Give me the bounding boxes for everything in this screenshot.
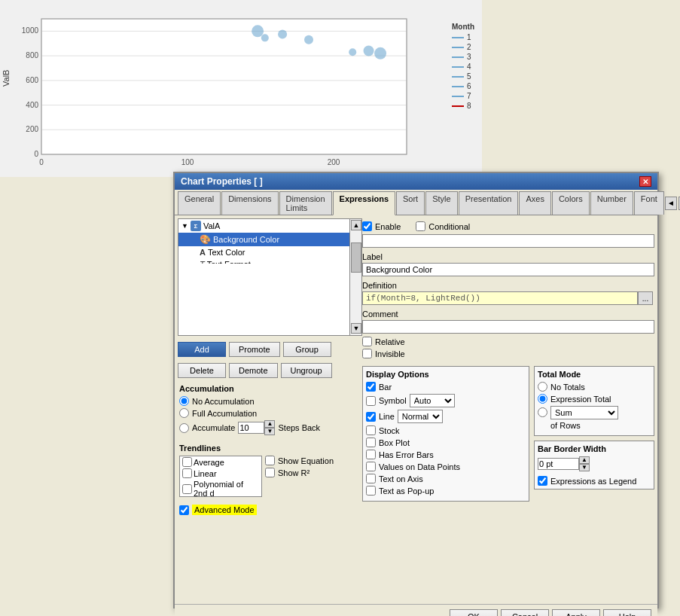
trendlines-title: Trendlines — [179, 444, 355, 453]
legend-item-5: 5 — [452, 72, 474, 81]
steps-back-input[interactable] — [238, 422, 264, 434]
show-r2-checkbox[interactable] — [265, 468, 275, 477]
dialog-body: ▼ Σ ValA 🎨 Background Color A Text Color — [175, 215, 657, 604]
relative-invisible-section: Relative Invisible — [362, 334, 654, 361]
delete-button[interactable]: Delete — [178, 363, 226, 378]
full-accumulation-radio[interactable] — [179, 408, 189, 418]
tree-item-textcolor[interactable]: A Text Color — [178, 246, 361, 258]
conditional-input[interactable] — [362, 234, 654, 248]
definition-ellipsis-button[interactable]: ... — [638, 291, 653, 305]
help-button[interactable]: Help — [603, 609, 651, 616]
label-input[interactable] — [362, 263, 654, 276]
tab-colors[interactable]: Colors — [552, 191, 590, 215]
textcolor-icon: A — [200, 248, 206, 257]
stock-label: Stock — [379, 426, 400, 435]
line-select[interactable]: Normal — [398, 410, 443, 423]
apply-button[interactable]: Apply — [552, 609, 600, 616]
spinner-down-button[interactable]: ▼ — [264, 428, 275, 435]
textpopup-option-row: Text as Pop-up — [366, 486, 526, 496]
line-checkbox[interactable] — [366, 412, 376, 422]
boxplot-checkbox[interactable] — [366, 438, 376, 447]
cancel-button[interactable]: Cancel — [501, 609, 549, 616]
valuesdp-checkbox[interactable] — [366, 462, 376, 471]
stock-checkbox[interactable] — [366, 425, 376, 435]
symbol-select[interactable]: Auto — [410, 394, 455, 407]
scrollbar-down-button[interactable]: ▼ — [351, 323, 361, 334]
tab-expressions[interactable]: Expressions — [333, 191, 395, 215]
trendline-polynomial-checkbox[interactable] — [182, 484, 192, 494]
trendline-polynomial-label: Polynomial of 2nd d — [194, 480, 259, 497]
spinner-buttons: ▲ ▼ — [264, 420, 275, 435]
tree-container: ▼ Σ ValA 🎨 Background Color A Text Color — [178, 219, 361, 264]
tree-item-bgcolor[interactable]: 🎨 Background Color — [178, 233, 361, 246]
bgcolor-label: Background Color — [213, 235, 279, 244]
bar-border-input[interactable] — [538, 458, 579, 470]
trendline-linear-checkbox[interactable] — [182, 468, 192, 478]
textonaxis-checkbox[interactable] — [366, 474, 376, 483]
bar-border-up-button[interactable]: ▲ — [579, 456, 590, 464]
ok-button[interactable]: OK — [450, 609, 498, 616]
no-accumulation-label: No Accumulation — [192, 397, 255, 406]
tab-prev-button[interactable]: ◄ — [665, 197, 677, 210]
trendline-average-checkbox[interactable] — [182, 457, 192, 467]
definition-input[interactable] — [362, 291, 638, 305]
accumulate-label: Accumulate — [192, 423, 235, 432]
tab-axes[interactable]: Axes — [519, 191, 550, 215]
right-sub-column: Total Mode No Totals Expression Total — [534, 366, 654, 601]
promote-button[interactable]: Promote — [229, 342, 280, 357]
enable-checkbox-row: Enable — [362, 221, 401, 231]
sum-radio[interactable] — [538, 407, 547, 417]
relative-checkbox[interactable] — [362, 337, 372, 346]
tab-sort[interactable]: Sort — [396, 191, 425, 215]
conditional-checkbox[interactable] — [416, 221, 425, 231]
show-equation-checkbox[interactable] — [265, 456, 275, 465]
group-button[interactable]: Group — [283, 342, 331, 357]
sum-select[interactable]: Sum — [550, 406, 618, 419]
bar-option-row: Bar — [366, 382, 526, 392]
expression-total-radio[interactable] — [538, 394, 547, 404]
tab-font[interactable]: Font — [634, 191, 664, 215]
boxplot-label: Box Plot — [379, 438, 410, 447]
textonaxis-option-row: Text on Axis — [366, 474, 526, 483]
accumulation-title: Accumulation — [179, 384, 355, 393]
tab-number[interactable]: Number — [590, 191, 633, 215]
add-button[interactable]: Add — [178, 342, 226, 357]
accumulate-radio[interactable] — [179, 423, 189, 433]
tree-scrollbar[interactable]: ▲ ▼ — [349, 219, 361, 335]
ungroup-button[interactable]: Ungroup — [281, 363, 332, 378]
bar-border-spinner-buttons: ▲ ▼ — [579, 456, 590, 471]
no-totals-radio[interactable] — [538, 382, 547, 392]
bar-checkbox[interactable] — [366, 382, 376, 392]
tab-presentation[interactable]: Presentation — [459, 191, 519, 215]
demote-button[interactable]: Demote — [229, 363, 278, 378]
conditional-checkbox-row: Conditional — [416, 221, 470, 231]
scrollbar-thumb[interactable] — [351, 242, 361, 273]
trendline-average-label: Average — [194, 458, 224, 467]
textcolor-label: Text Color — [208, 248, 245, 257]
symbol-label: Symbol — [379, 396, 407, 405]
valuesdp-option-row: Values on Data Points — [366, 462, 526, 471]
sum-row: Sum of Rows — [538, 406, 651, 430]
advanced-mode-section: Advanced Mode — [175, 500, 359, 520]
sum-section: Sum of Rows — [550, 406, 618, 430]
expression-total-label: Expression Total — [550, 395, 611, 404]
tree-item-textformat[interactable]: T Text Format — [178, 258, 361, 264]
tab-style[interactable]: Style — [425, 191, 457, 215]
invisible-checkbox[interactable] — [362, 349, 372, 358]
tab-dimensions[interactable]: Dimensions — [221, 191, 278, 215]
scrollbar-up-button[interactable]: ▲ — [351, 220, 361, 230]
enable-checkbox[interactable] — [362, 221, 372, 231]
textpopup-checkbox[interactable] — [366, 486, 376, 496]
comment-input[interactable] — [362, 320, 654, 334]
no-accumulation-radio[interactable] — [179, 396, 189, 406]
haserror-checkbox[interactable] — [366, 450, 376, 459]
expressions-legend-checkbox[interactable] — [538, 476, 547, 486]
dialog-close-button[interactable]: ✕ — [639, 176, 651, 187]
spinner-up-button[interactable]: ▲ — [264, 420, 275, 428]
tab-general[interactable]: General — [178, 191, 221, 215]
advanced-mode-checkbox[interactable] — [179, 505, 189, 515]
symbol-checkbox[interactable] — [366, 396, 376, 406]
tree-root-vala[interactable]: ▼ Σ ValA — [178, 219, 361, 233]
tab-dimension-limits[interactable]: Dimension Limits — [279, 191, 332, 215]
bar-border-down-button[interactable]: ▼ — [579, 464, 590, 471]
